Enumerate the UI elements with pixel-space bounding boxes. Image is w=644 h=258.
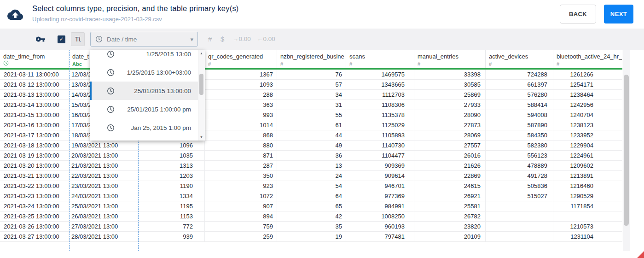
table-cell: 2021-03-16 13:00:00 (0, 120, 69, 130)
table-row: 2021-03-20 13:00:0021/03/2021 13:0013132… (0, 161, 622, 171)
column-type-label: # (557, 61, 559, 67)
table-cell: 26782 (414, 211, 486, 221)
table-cell: 61 (277, 120, 346, 130)
table-cell: 42 (277, 211, 346, 221)
table-cell: 27557 (414, 141, 486, 150)
table-cell: 30585 (414, 80, 486, 89)
table-cell: 28090 (414, 110, 486, 120)
increase-decimal-button[interactable]: →0.00 (232, 35, 251, 42)
table-cell: 1233952 (553, 130, 622, 140)
column-name: scans (346, 50, 414, 60)
table-cell: 1238464 (553, 90, 622, 100)
table-cell: 1096 (138, 141, 205, 150)
table-cell: 2021-03-14 13:00:00 (0, 100, 69, 110)
date-format-dropdown: 1/25/2015 13:001/25/2015 13:00+03:0025/0… (90, 50, 205, 141)
scrollbar-thumb[interactable] (624, 75, 629, 226)
table-cell: 1242956 (553, 100, 622, 110)
table-cell: 587890 (486, 120, 553, 130)
table-cell: 23820 (414, 222, 486, 231)
currency-type-button[interactable]: $ (220, 35, 224, 43)
table-cell: 582380 (486, 141, 553, 150)
table-cell: 2021-03-15 13:00:00 (0, 110, 69, 120)
column-header-nzbn_registered_busine[interactable]: nzbn_registered_busine# (277, 50, 346, 68)
dropdown-item[interactable]: 1/25/2015 13:00 (90, 50, 205, 63)
column-type-label: # (208, 61, 211, 67)
dropdown-list: 1/25/2015 13:001/25/2015 13:00+03:0025/0… (90, 50, 205, 137)
dropdown-item[interactable]: 1/25/2015 13:00+03:00 (90, 63, 205, 82)
table-cell: 44 (277, 130, 346, 140)
table-cell: 2021-03-11 13:00:00 (0, 70, 69, 79)
table-cell: 576280 (486, 90, 553, 100)
table-cell: 65 (277, 201, 346, 211)
dropdown-scrollbar[interactable]: ▲ ▼ (198, 50, 205, 141)
table-cell: 505836 (486, 181, 553, 191)
dropdown-item[interactable]: 25/01/2015 1:00:00 pm (90, 100, 205, 118)
table-cell: 26/03/2021 13:00 (69, 211, 138, 221)
table-cell: 1135378 (346, 110, 414, 120)
table-row: 2021-03-21 13:00:0022/03/2021 13:0012033… (0, 171, 622, 181)
table-cell: 2021-03-18 13:00:00 (0, 141, 69, 150)
table-cell: 1216460 (553, 181, 622, 191)
include-column-checkbox[interactable]: ✓ (58, 35, 65, 43)
column-name: bluetooth_active_24_hr_ (553, 50, 622, 60)
table-cell: 24615 (414, 181, 486, 191)
column-header-manual_entries[interactable]: manual_entries# (414, 50, 486, 68)
decrease-decimal-button[interactable]: ←0.00 (257, 35, 275, 42)
column-header-bluetooth_active_24_hr_[interactable]: bluetooth_active_24_hr_# (553, 50, 622, 68)
table-cell: 363 (205, 100, 277, 110)
column-type-label: # (418, 61, 420, 67)
scroll-up-icon[interactable]: ▲ (200, 52, 203, 55)
table-cell: 350 (205, 171, 277, 181)
clock-icon (107, 69, 115, 76)
table-cell: 21/03/2021 13:00 (69, 161, 138, 170)
primary-key-icon[interactable] (35, 34, 46, 44)
dropdown-item-label: 1/25/2015 13:00+03:00 (115, 69, 205, 76)
column-header-scans[interactable]: scans# (346, 50, 414, 68)
table-cell: 588414 (486, 100, 553, 110)
table-cell: 594008 (486, 110, 553, 120)
table-cell: 2021-03-25 13:00:00 (0, 211, 69, 221)
scroll-down-icon[interactable]: ▼ (200, 135, 203, 139)
table-cell: 939 (138, 232, 205, 241)
table-cell: 2021-03-22 13:00:00 (0, 181, 69, 191)
dropdown-item[interactable]: Jan 25, 2015 1:00 pm (90, 118, 205, 137)
table-cell: 661397 (486, 80, 553, 89)
table-row: 2021-03-22 13:00:0023/03/2021 13:0011909… (0, 181, 622, 191)
clock-icon (107, 50, 115, 58)
column-name: qr_codes_generated (205, 50, 277, 60)
column-type-label: Abc (72, 61, 82, 67)
table-cell: 909369 (346, 161, 414, 170)
column-header-date_time_from[interactable]: date_time_from (0, 50, 69, 68)
table-cell: 759 (205, 222, 277, 231)
dropdown-item[interactable]: 25/01/2015 13:00:00 (90, 82, 205, 100)
vertical-scrollbar[interactable] (623, 50, 630, 251)
table-cell: 1203 (138, 171, 205, 181)
dropdown-scrollbar-thumb[interactable] (199, 74, 203, 95)
clock-icon (107, 124, 115, 132)
dropdown-item-label: 25/01/2015 13:00:00 (115, 88, 205, 94)
table-cell: 2021-03-23 13:00:00 (0, 191, 69, 201)
column-name: manual_entries (414, 50, 485, 60)
table-cell: 57 (277, 80, 346, 89)
table-cell: 923 (205, 181, 277, 191)
column-header-qr_codes_generated[interactable]: qr_codes_generated# (205, 50, 277, 68)
column-type-toolbar: ✓ Tt Date / time ▾ # $ →0.00 ←0.00 (0, 29, 644, 50)
table-row: 2021-03-27 13:00:0028/03/2021 13:0093925… (0, 232, 622, 242)
table-cell: 977369 (346, 191, 414, 201)
dropdown-item-label: 25/01/2015 1:00:00 pm (115, 106, 205, 113)
back-button[interactable]: BACK (560, 5, 596, 23)
table-cell: 1153 (138, 211, 205, 221)
table-cell: 1112703 (346, 90, 414, 100)
table-cell: 515027 (486, 191, 553, 201)
table-row: 2021-03-26 13:00:0027/03/2021 13:0077275… (0, 222, 622, 232)
table-cell: 2021-03-19 13:00:00 (0, 151, 69, 160)
table-cell: 1072 (205, 191, 277, 201)
date-format-select[interactable]: Date / time ▾ (90, 32, 198, 47)
column-type-label: # (349, 61, 352, 67)
next-button[interactable]: NEXT (604, 5, 633, 23)
text-type-button[interactable]: Tt (71, 32, 85, 46)
number-type-button[interactable]: # (208, 35, 212, 43)
column-header-active_devices[interactable]: active_devices# (486, 50, 553, 68)
table-cell: 25/03/2021 13:00 (69, 201, 138, 211)
table-cell: 2021-03-13 13:00:00 (0, 90, 69, 100)
